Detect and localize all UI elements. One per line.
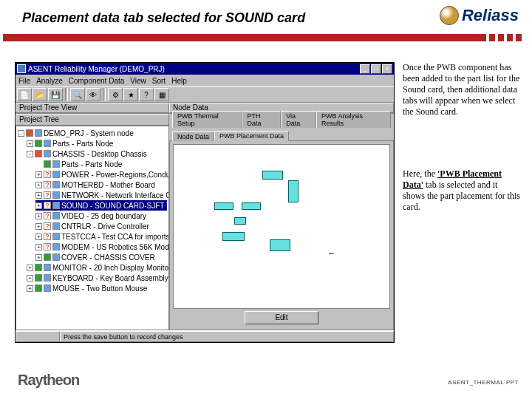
toolbar-separator xyxy=(103,88,106,101)
node-icon xyxy=(52,253,60,261)
slide-title: Placement data tab selected for SOUND ca… xyxy=(22,10,305,26)
tree-item[interactable]: Parts - Parts Node xyxy=(35,159,167,169)
app-window: ASENT Reliability Manager (DEMO_PRJ) _ □… xyxy=(15,62,395,343)
tree-item[interactable]: +MONITOR - 20 Inch Display Monitor xyxy=(27,262,167,273)
expand-toggle-icon[interactable]: + xyxy=(27,140,33,147)
tb-view-icon[interactable]: 👁 xyxy=(86,88,100,101)
tree-item[interactable]: -CHASSIS - Desktop Chassis xyxy=(27,149,167,159)
window-titlebar[interactable]: ASENT Reliability Manager (DEMO_PRJ) _ □… xyxy=(16,63,394,75)
expand-toggle-icon[interactable]: + xyxy=(35,192,42,199)
menu-view[interactable]: View xyxy=(130,77,146,85)
menu-analyze[interactable]: Analyze xyxy=(36,77,63,85)
tb-save-icon[interactable]: 💾 xyxy=(48,88,63,101)
tree-item[interactable]: +?NETWORK - Network Interface Car xyxy=(35,190,167,200)
toolbar: 📄 📂 💾 🔍 👁 ⚙ ★ ? ▦ xyxy=(16,86,394,103)
tree-item[interactable]: +?CNTRLR - Drive Controller xyxy=(35,221,167,231)
tree-item[interactable]: +COVER - CHASSIS COVER xyxy=(35,252,167,262)
expand-toggle-icon[interactable]: + xyxy=(27,265,33,271)
node-icon xyxy=(52,243,60,250)
placement-canvas[interactable]: – xyxy=(173,144,390,309)
tb-find-icon[interactable]: 🔍 xyxy=(70,88,85,101)
tab-node-data[interactable]: Node Data xyxy=(172,132,214,141)
tree-item-label: POWER - Power-Regions,Conductiv xyxy=(61,171,169,179)
check-icon xyxy=(35,284,42,292)
expand-toggle-icon[interactable]: + xyxy=(35,223,42,230)
expand-toggle-icon[interactable]: + xyxy=(35,171,42,178)
expand-toggle-icon[interactable]: - xyxy=(27,151,33,157)
project-tree[interactable]: -DEMO_PRJ - System node+Parts - Parts No… xyxy=(16,126,169,330)
tab-via-data[interactable]: Via Data xyxy=(281,111,316,128)
placement-canvas-frame: – Edit xyxy=(169,140,394,330)
tab-row-back: PWB Thermal Setup PTH Data Via Data PWB … xyxy=(169,114,394,127)
tb-open-icon[interactable]: 📂 xyxy=(33,88,47,101)
tree-item[interactable]: +?MOTHERBD - Mother Board xyxy=(35,180,167,190)
expand-toggle-icon[interactable]: - xyxy=(18,130,24,137)
expand-toggle-icon[interactable]: + xyxy=(35,254,42,261)
menu-help[interactable]: Help xyxy=(171,77,187,85)
tab-pwb-placement-data[interactable]: PWB Placement Data xyxy=(214,131,289,141)
node-icon xyxy=(44,264,51,271)
check-icon xyxy=(44,160,51,168)
tree-item[interactable]: +?VIDEO - 25 deg boundary xyxy=(35,211,167,221)
tree-item[interactable]: +?SOUND - SOUND CARD-SJFT TES xyxy=(35,200,167,211)
expand-toggle-icon[interactable]: + xyxy=(35,244,42,250)
tb-help-icon[interactable]: ? xyxy=(139,88,154,101)
tab-pwb-analysis-results[interactable]: PWB Analysis Results xyxy=(316,111,391,128)
tb-settings-icon[interactable]: ⚙ xyxy=(108,88,123,101)
tree-item[interactable]: +?MODEM - US Robotics 56K Modem xyxy=(35,242,167,252)
placed-part[interactable] xyxy=(234,217,246,225)
node-icon xyxy=(44,150,51,157)
tree-item[interactable]: +MOUSE - Two Button Mouse xyxy=(27,283,167,293)
footer-filename: ASENT_THERMAL.PPT xyxy=(448,379,519,386)
question-icon: ? xyxy=(44,202,51,209)
expand-toggle-icon[interactable]: + xyxy=(27,275,33,282)
tree-item-label: KEYBOARD - Key Board Assembly xyxy=(52,274,168,282)
reliass-logo-text: Reliass xyxy=(462,6,519,25)
menu-component-data[interactable]: Component Data xyxy=(69,77,125,85)
tb-grid-icon[interactable]: ▦ xyxy=(154,88,169,101)
check-icon xyxy=(35,264,42,271)
tree-item-label: MODEM - US Robotics 56K Modem xyxy=(61,243,169,251)
node-icon xyxy=(44,140,51,147)
accent-bar xyxy=(3,34,525,41)
maximize-button[interactable]: □ xyxy=(371,64,381,74)
tree-item[interactable]: +?POWER - Power-Regions,Conductiv xyxy=(35,169,167,180)
question-icon: ? xyxy=(44,191,51,199)
reliass-logo-icon xyxy=(440,6,459,25)
node-icon xyxy=(44,284,51,292)
tab-pwb-thermal-setup[interactable]: PWB Thermal Setup xyxy=(172,111,242,128)
tree-item-label: Parts - Parts Node xyxy=(52,140,113,148)
tree-item[interactable]: +KEYBOARD - Key Board Assembly xyxy=(27,273,167,283)
placed-part[interactable] xyxy=(242,202,261,210)
question-icon: ? xyxy=(44,171,51,178)
question-icon: ? xyxy=(44,181,51,188)
tree-item[interactable]: +?TESTCCA - Test CCA for imports xyxy=(35,231,167,242)
placed-part[interactable] xyxy=(222,232,245,241)
expand-toggle-icon[interactable]: + xyxy=(35,213,42,219)
menu-sort[interactable]: Sort xyxy=(152,77,166,85)
tb-new-icon[interactable]: 📄 xyxy=(17,88,32,101)
expand-toggle-icon[interactable]: + xyxy=(27,285,33,292)
dash-mark: – xyxy=(329,248,334,259)
placed-part[interactable] xyxy=(214,202,233,210)
menu-file[interactable]: File xyxy=(18,77,30,85)
tb-star-icon[interactable]: ★ xyxy=(123,88,138,101)
close-button[interactable]: × xyxy=(382,64,392,74)
tab-pth-data[interactable]: PTH Data xyxy=(242,111,281,128)
toolbar-separator xyxy=(65,88,68,101)
placed-part[interactable] xyxy=(270,239,290,251)
edit-button[interactable]: Edit xyxy=(245,311,318,324)
expand-toggle-icon[interactable]: + xyxy=(35,202,42,209)
expand-toggle-icon[interactable]: + xyxy=(35,233,42,240)
tree-item[interactable]: -DEMO_PRJ - System node xyxy=(18,128,167,138)
minimize-button[interactable]: _ xyxy=(360,64,370,74)
data-panel: PWB Thermal Setup PTH Data Via Data PWB … xyxy=(169,114,394,330)
expand-toggle-icon[interactable]: + xyxy=(35,182,42,188)
tree-item-label: CNTRLR - Drive Controller xyxy=(61,222,149,231)
placed-part[interactable] xyxy=(288,180,299,202)
tree-item[interactable]: +Parts - Parts Node xyxy=(27,138,167,149)
node-icon xyxy=(52,191,60,199)
placed-part[interactable] xyxy=(262,171,283,180)
tree-item-label: MONITOR - 20 Inch Display Monitor xyxy=(52,264,169,272)
tree-item-label: DEMO_PRJ - System node xyxy=(44,129,134,137)
